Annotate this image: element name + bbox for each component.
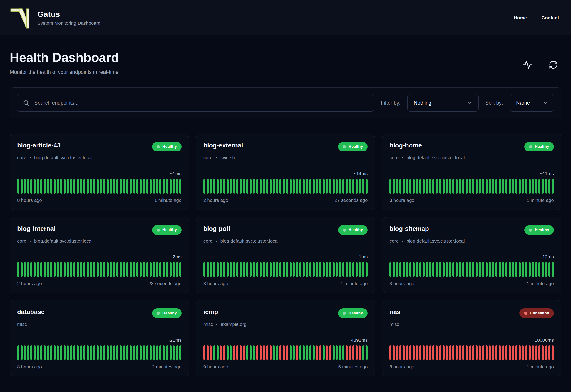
status-bar[interactable]	[40, 179, 42, 194]
status-bar[interactable]	[313, 345, 315, 360]
status-bar[interactable]	[24, 345, 26, 360]
status-bar[interactable]	[362, 179, 364, 194]
endpoint-card[interactable]: database Healthy misc ~21ms 8 hours ago …	[10, 300, 189, 377]
status-bar[interactable]	[280, 262, 282, 277]
status-bar[interactable]	[223, 262, 225, 277]
status-bar[interactable]	[220, 345, 222, 360]
status-bar[interactable]	[246, 179, 248, 194]
status-bar[interactable]	[179, 262, 181, 277]
status-bar[interactable]	[24, 262, 26, 277]
status-bar[interactable]	[123, 179, 125, 194]
status-bar[interactable]	[326, 179, 328, 194]
status-bar[interactable]	[362, 345, 364, 360]
status-bar[interactable]	[73, 262, 75, 277]
status-bar[interactable]	[146, 345, 148, 360]
status-bar[interactable]	[519, 262, 521, 277]
status-bar[interactable]	[419, 262, 421, 277]
status-bar[interactable]	[40, 262, 42, 277]
filter-select[interactable]: Nothing	[407, 94, 479, 112]
status-bar[interactable]	[552, 179, 554, 194]
status-bar[interactable]	[227, 345, 229, 360]
status-bar[interactable]	[47, 345, 49, 360]
status-bar[interactable]	[87, 262, 89, 277]
endpoint-card[interactable]: blog-sitemap Healthy core blog.default.s…	[382, 217, 561, 293]
status-bar[interactable]	[150, 262, 152, 277]
status-bar[interactable]	[27, 262, 29, 277]
status-bar[interactable]	[346, 262, 348, 277]
status-bar[interactable]	[107, 262, 109, 277]
status-bar[interactable]	[67, 179, 69, 194]
status-bar[interactable]	[203, 179, 205, 194]
status-bar[interactable]	[146, 262, 148, 277]
status-bar[interactable]	[459, 262, 461, 277]
status-bar[interactable]	[40, 345, 42, 360]
status-bar[interactable]	[160, 179, 162, 194]
status-bar[interactable]	[399, 345, 402, 360]
status-bar[interactable]	[319, 179, 321, 194]
status-bar[interactable]	[433, 179, 435, 194]
status-bar[interactable]	[525, 179, 527, 194]
status-bar[interactable]	[349, 262, 351, 277]
status-bar[interactable]	[260, 345, 262, 360]
status-bar[interactable]	[283, 179, 285, 194]
status-bar[interactable]	[299, 345, 301, 360]
endpoint-card[interactable]: blog-internal Healthy core blog.default.…	[10, 217, 189, 293]
status-bar[interactable]	[210, 345, 212, 360]
status-bar[interactable]	[522, 262, 524, 277]
status-bar[interactable]	[67, 262, 69, 277]
status-bar[interactable]	[60, 262, 62, 277]
status-bar[interactable]	[545, 179, 547, 194]
status-bar[interactable]	[466, 179, 468, 194]
status-bar[interactable]	[446, 345, 448, 360]
status-bar[interactable]	[323, 345, 325, 360]
status-bar[interactable]	[306, 345, 308, 360]
status-bar[interactable]	[396, 179, 398, 194]
status-bar[interactable]	[329, 262, 331, 277]
status-bar[interactable]	[505, 345, 507, 360]
status-bar[interactable]	[17, 179, 19, 194]
status-bar[interactable]	[113, 262, 115, 277]
status-bar[interactable]	[17, 345, 19, 360]
status-bar[interactable]	[73, 345, 75, 360]
status-bar[interactable]	[116, 262, 119, 277]
status-bar[interactable]	[316, 262, 318, 277]
status-bar[interactable]	[499, 262, 501, 277]
status-bar[interactable]	[390, 262, 391, 277]
status-bar[interactable]	[50, 179, 52, 194]
status-bar[interactable]	[83, 345, 85, 360]
status-bar[interactable]	[100, 345, 102, 360]
status-bar[interactable]	[80, 262, 82, 277]
status-bar[interactable]	[64, 179, 66, 194]
status-bar[interactable]	[436, 345, 438, 360]
status-bar[interactable]	[276, 179, 278, 194]
status-bar[interactable]	[47, 262, 49, 277]
status-bar[interactable]	[403, 179, 405, 194]
status-bar[interactable]	[509, 179, 511, 194]
search-input[interactable]	[34, 100, 368, 106]
status-bar[interactable]	[210, 179, 212, 194]
status-bar[interactable]	[396, 345, 398, 360]
status-bar[interactable]	[176, 179, 178, 194]
status-bar[interactable]	[156, 179, 158, 194]
status-bar[interactable]	[449, 345, 451, 360]
status-bar[interactable]	[176, 262, 178, 277]
status-bar[interactable]	[37, 179, 39, 194]
status-bar[interactable]	[299, 262, 301, 277]
status-bar[interactable]	[309, 345, 311, 360]
endpoint-card[interactable]: blog-poll Healthy core blog.default.svc.…	[196, 217, 375, 293]
status-bar[interactable]	[296, 179, 298, 194]
status-bar[interactable]	[50, 345, 52, 360]
status-bar[interactable]	[273, 262, 275, 277]
status-bar[interactable]	[173, 179, 175, 194]
status-bar[interactable]	[479, 345, 481, 360]
status-bar[interactable]	[50, 262, 52, 277]
status-bar[interactable]	[263, 179, 265, 194]
status-bar[interactable]	[449, 179, 451, 194]
status-bar[interactable]	[472, 262, 474, 277]
status-bar[interactable]	[163, 345, 165, 360]
status-bar[interactable]	[502, 345, 504, 360]
status-bar[interactable]	[396, 262, 398, 277]
status-bar[interactable]	[223, 345, 225, 360]
status-bar[interactable]	[97, 179, 99, 194]
status-bar[interactable]	[73, 179, 75, 194]
